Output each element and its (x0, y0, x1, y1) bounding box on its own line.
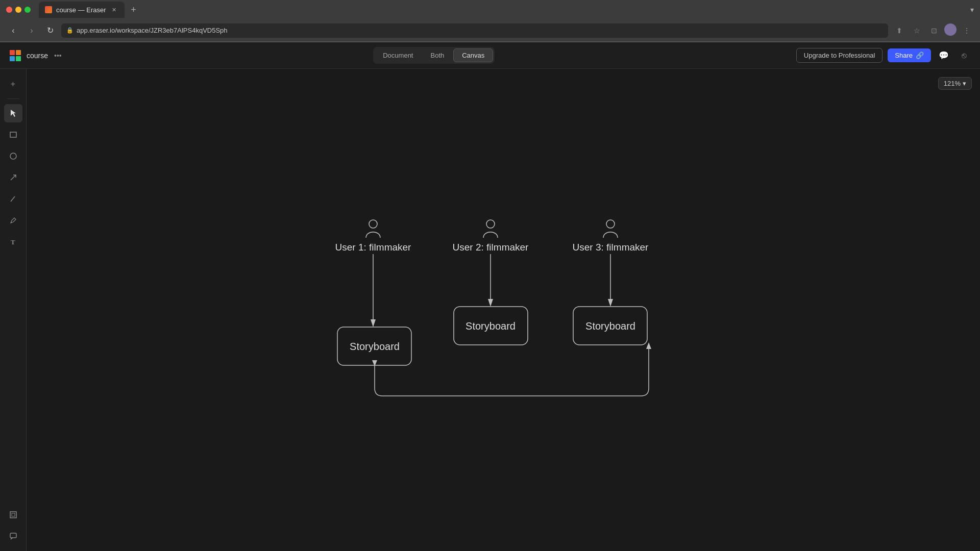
url-text: app.eraser.io/workspace/JZR3eb7AlPS4kqVD… (77, 27, 228, 34)
svg-marker-21 (608, 299, 613, 307)
tab-favicon (45, 6, 52, 13)
link-icon: 🔗 (916, 52, 924, 59)
text-tool-button[interactable]: T (4, 233, 22, 251)
left-sidebar: + (0, 69, 27, 551)
window-controls (6, 7, 31, 13)
svg-text:Storyboard: Storyboard (350, 341, 400, 352)
diagram-container: User 1: filmmaker User 2: filmmaker User… (327, 212, 710, 416)
zoom-indicator[interactable]: 121% ▾ (938, 77, 972, 90)
exit-icon[interactable]: ⎋ (957, 48, 972, 63)
svg-point-10 (369, 220, 377, 228)
svg-point-12 (606, 220, 615, 228)
maximize-button[interactable] (24, 7, 31, 13)
svg-rect-8 (12, 513, 15, 516)
svg-text:User 1: filmmaker: User 1: filmmaker (335, 242, 412, 253)
share-button[interactable]: Share 🔗 (888, 48, 931, 62)
back-button[interactable]: ‹ (6, 23, 20, 38)
app-toolbar: course ••• Document Both Canvas Upgrade … (0, 42, 980, 69)
address-bar[interactable]: 🔒 app.eraser.io/workspace/JZR3eb7AlPS4kq… (61, 23, 888, 38)
circle-tool-button[interactable] (4, 147, 22, 165)
svg-text:User 3: filmmaker: User 3: filmmaker (573, 242, 649, 253)
pen-tool-button[interactable] (4, 190, 22, 208)
upgrade-button[interactable]: Upgrade to Professional (796, 48, 883, 63)
svg-text:User 2: filmmaker: User 2: filmmaker (453, 242, 529, 253)
pencil-tool-button[interactable] (4, 211, 22, 230)
app-logo: course ••• (8, 48, 64, 63)
refresh-button[interactable]: ↻ (43, 23, 57, 38)
circle-icon (9, 152, 17, 160)
nav-actions: ⬆ ☆ ⊡ ⋮ (892, 23, 974, 38)
arrow-tool-button[interactable] (4, 168, 22, 187)
logo-squares (10, 50, 21, 61)
toolbar-right: Upgrade to Professional Share 🔗 💬 ⎋ (796, 48, 972, 63)
diagram-svg: User 1: filmmaker User 2: filmmaker User… (327, 212, 710, 427)
toolbar-center: Document Both Canvas (72, 47, 796, 64)
tab-close-button[interactable]: ✕ (110, 6, 118, 14)
view-document-button[interactable]: Document (375, 48, 421, 62)
nav-bar: ‹ › ↻ 🔒 app.eraser.io/workspace/JZR3eb7A… (0, 19, 980, 42)
minimize-button[interactable] (15, 7, 21, 13)
sidebar-divider-top (7, 98, 19, 99)
pen-icon (9, 195, 17, 203)
app-menu-button[interactable]: ••• (52, 51, 64, 61)
lock-icon: 🔒 (66, 27, 74, 34)
svg-text:Storyboard: Storyboard (585, 320, 635, 332)
cursor-icon (9, 109, 17, 117)
canvas-area[interactable]: 121% ▾ (27, 69, 980, 551)
browser-chrome: course — Eraser ✕ + ▾ ‹ › ↻ 🔒 app.eraser… (0, 0, 980, 42)
svg-line-4 (11, 196, 15, 202)
select-tool-button[interactable] (4, 104, 22, 122)
logo-sq-green (16, 56, 21, 61)
user-avatar[interactable] (944, 23, 957, 36)
reader-icon[interactable]: ⊡ (927, 23, 941, 38)
logo-sq-red (10, 50, 15, 55)
close-button[interactable] (6, 7, 12, 13)
comment-toolbar-icon[interactable]: 💬 (936, 48, 951, 63)
svg-text:Storyboard: Storyboard (465, 320, 516, 332)
frame-icon (9, 511, 17, 519)
rectangle-tool-button[interactable] (4, 126, 22, 144)
view-both-button[interactable]: Both (422, 48, 452, 62)
svg-line-3 (11, 175, 16, 180)
tab-expand-button[interactable]: ▾ (970, 6, 974, 14)
bookmark-icon[interactable]: ☆ (910, 23, 924, 38)
main-layout: + (0, 69, 980, 551)
svg-marker-28 (646, 342, 651, 349)
svg-marker-17 (371, 319, 376, 327)
text-icon: T (9, 238, 17, 246)
logo-sq-blue (10, 56, 15, 61)
svg-rect-9 (10, 533, 16, 538)
add-element-button[interactable]: + (4, 75, 22, 93)
app-name: course (27, 52, 48, 60)
svg-point-11 (486, 220, 495, 228)
svg-marker-19 (488, 299, 493, 307)
svg-text:T: T (11, 238, 15, 246)
tab-title: course — Eraser (56, 6, 106, 14)
rectangle-icon (9, 131, 17, 139)
svg-rect-7 (10, 512, 16, 518)
svg-rect-1 (10, 132, 16, 137)
arrow-icon (9, 173, 17, 182)
logo-sq-orange (16, 50, 21, 55)
active-tab[interactable]: course — Eraser ✕ (39, 2, 125, 18)
title-bar: course — Eraser ✕ + ▾ (0, 0, 980, 19)
zoom-level: 121% (944, 80, 961, 87)
svg-marker-0 (11, 110, 16, 117)
pencil-icon (9, 216, 17, 224)
more-options-icon[interactable]: ⋮ (960, 23, 974, 38)
comment-icon (9, 532, 17, 540)
frame-tool-button[interactable] (4, 506, 22, 524)
new-tab-button[interactable]: + (127, 3, 141, 17)
logo-icon (8, 48, 22, 63)
svg-point-2 (10, 153, 16, 159)
share-nav-icon[interactable]: ⬆ (892, 23, 906, 38)
view-canvas-button[interactable]: Canvas (453, 48, 493, 62)
comment-tool-button[interactable] (4, 527, 22, 545)
tab-bar: course — Eraser ✕ + ▾ (39, 2, 974, 18)
view-switcher: Document Both Canvas (373, 47, 495, 64)
forward-button[interactable]: › (24, 23, 39, 38)
zoom-dropdown-icon: ▾ (963, 80, 966, 87)
